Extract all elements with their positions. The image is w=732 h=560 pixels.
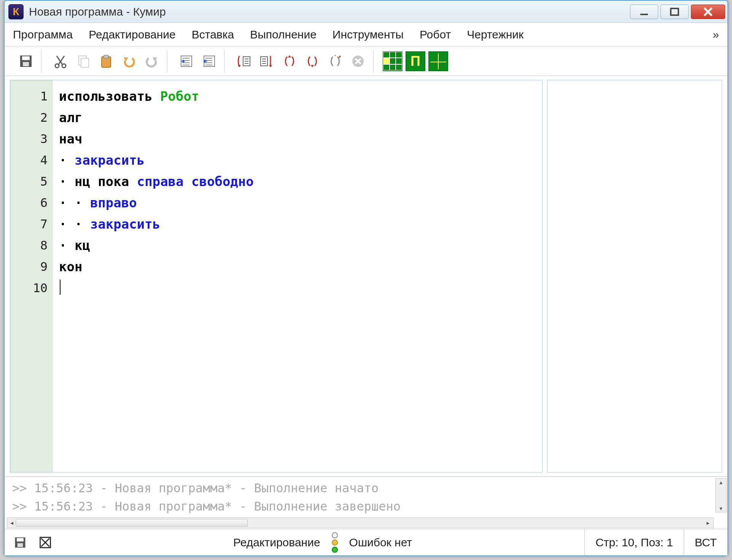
- titlebar: К Новая программа - Кумир: [5, 1, 727, 23]
- line-number: 2: [10, 107, 48, 128]
- code-line[interactable]: · закрасить: [59, 150, 542, 171]
- editor-pane: 12345678910 использовать Роботалгнач· за…: [10, 80, 543, 473]
- scroll-up-icon[interactable]: ▴: [719, 479, 722, 486]
- toolbar: П: [5, 46, 727, 76]
- window-title: Новая программа - Кумир: [29, 5, 630, 18]
- paste-icon[interactable]: [96, 51, 116, 71]
- run-block-icon[interactable]: [280, 51, 299, 71]
- menu-run[interactable]: Выполнение: [250, 28, 317, 41]
- svg-rect-17: [17, 538, 24, 541]
- svg-rect-1: [671, 8, 678, 15]
- statusbar-center: Редактирование Ошибок нет: [61, 532, 584, 553]
- code-line[interactable]: [59, 277, 542, 299]
- status-errors: Ошибок нет: [349, 536, 412, 549]
- app-icon: К: [8, 4, 24, 19]
- status-save-icon[interactable]: [12, 535, 28, 550]
- redo-icon[interactable]: [142, 51, 162, 71]
- menu-program[interactable]: Программа: [13, 28, 73, 41]
- status-insert-mode: ВСТ: [684, 529, 727, 555]
- robot-grid-icon[interactable]: [383, 51, 403, 71]
- svg-rect-4: [23, 62, 29, 66]
- cut-icon[interactable]: [51, 51, 70, 71]
- outdent-icon[interactable]: [199, 51, 219, 71]
- scrollbar-thumb[interactable]: [16, 519, 248, 527]
- line-number: 3: [10, 128, 48, 150]
- stop-icon[interactable]: [348, 51, 368, 71]
- line-number: 1: [10, 86, 48, 107]
- status-clear-icon[interactable]: [37, 535, 53, 550]
- statusbar-left: [5, 535, 61, 550]
- code-line[interactable]: кон: [59, 256, 542, 277]
- toolbar-group-run: [229, 50, 374, 73]
- code-editor[interactable]: использовать Роботалгнач· закрасить· нц …: [53, 80, 542, 472]
- line-number-gutter: 12345678910: [10, 80, 53, 472]
- maximize-button[interactable]: [660, 5, 689, 19]
- code-line[interactable]: нач: [59, 128, 542, 150]
- code-line[interactable]: алг: [59, 107, 542, 128]
- workarea: 12345678910 использовать Роботалгнач· за…: [5, 76, 727, 476]
- toolbar-group-file: [11, 50, 41, 73]
- line-number: 9: [10, 256, 48, 277]
- text-cursor: [60, 280, 60, 295]
- scroll-left-icon[interactable]: ◂: [7, 519, 16, 527]
- menu-drawer[interactable]: Чертежник: [467, 28, 524, 41]
- indent-icon[interactable]: [177, 51, 196, 71]
- code-line[interactable]: · кц: [59, 235, 542, 256]
- svg-rect-18: [18, 543, 23, 547]
- copy-icon[interactable]: [73, 51, 93, 71]
- line-number: 4: [10, 150, 48, 171]
- log-line: >> 15:56:23 - Новая программа* - Выполне…: [12, 497, 720, 515]
- menubar: Программа Редактирование Вставка Выполне…: [5, 23, 727, 46]
- code-line[interactable]: · · вправо: [59, 192, 542, 213]
- step-into-icon[interactable]: [234, 51, 254, 71]
- log-horizontal-scrollbar[interactable]: ◂ ▸: [7, 517, 714, 528]
- log-line: >> 15:56:23 - Новая программа* - Выполне…: [12, 479, 720, 497]
- svg-point-6: [62, 64, 66, 68]
- robot-pi-icon[interactable]: П: [406, 51, 425, 71]
- svg-rect-3: [22, 56, 30, 60]
- undo-icon[interactable]: [119, 51, 139, 71]
- line-number: 7: [10, 213, 48, 235]
- app-window: К Новая программа - Кумир Программа Реда…: [4, 0, 728, 556]
- code-line[interactable]: · · закрасить: [59, 213, 542, 235]
- toolbar-group-robot: П: [377, 50, 454, 73]
- close-button[interactable]: [691, 5, 725, 19]
- traffic-light-icon: [332, 532, 338, 553]
- step-over-icon[interactable]: [257, 51, 277, 71]
- run-out-icon[interactable]: [325, 51, 345, 71]
- svg-rect-10: [104, 55, 108, 58]
- window-controls: [630, 5, 725, 19]
- line-number: 10: [10, 277, 48, 299]
- statusbar: Редактирование Ошибок нет Стр: 10, Поз: …: [5, 529, 727, 555]
- line-number: 5: [10, 171, 48, 192]
- code-line[interactable]: · нц пока справа свободно: [59, 171, 542, 192]
- menu-tools[interactable]: Инструменты: [333, 28, 404, 41]
- line-number: 6: [10, 192, 48, 213]
- log-lines: >> 15:56:23 - Новая программа* - Выполне…: [5, 477, 727, 517]
- code-line[interactable]: использовать Робот: [59, 86, 542, 107]
- menu-edit[interactable]: Редактирование: [89, 28, 176, 41]
- svg-rect-8: [81, 58, 89, 67]
- toolbar-group-indent: [171, 50, 225, 73]
- minimize-button[interactable]: [630, 5, 658, 19]
- status-position: Стр: 10, Поз: 1: [584, 529, 684, 555]
- toolbar-group-edit: [45, 50, 167, 73]
- svg-rect-0: [640, 14, 648, 15]
- run-to-icon[interactable]: [302, 51, 322, 71]
- line-number: 8: [10, 235, 48, 256]
- log-vertical-scrollbar[interactable]: ▴ ▾: [715, 478, 727, 512]
- menu-insert[interactable]: Вставка: [192, 28, 234, 41]
- save-icon[interactable]: [16, 51, 36, 71]
- side-pane: [547, 80, 722, 473]
- menu-overflow[interactable]: »: [713, 28, 719, 41]
- log-pane: >> 15:56:23 - Новая программа* - Выполне…: [5, 476, 727, 529]
- robot-axes-icon[interactable]: [428, 51, 448, 71]
- svg-point-5: [55, 64, 59, 68]
- status-mode: Редактирование: [233, 536, 320, 549]
- scroll-down-icon[interactable]: ▾: [719, 505, 722, 512]
- scroll-right-icon[interactable]: ▸: [703, 519, 713, 527]
- menu-robot[interactable]: Робот: [420, 28, 451, 41]
